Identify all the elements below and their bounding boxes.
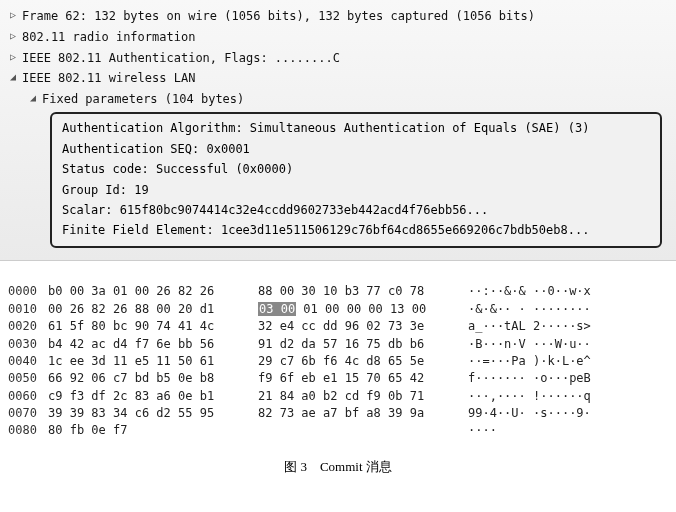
hex-row[interactable]: 0070 39 39 83 34 c6 d2 55 95 82 73 ae a7… — [8, 405, 668, 422]
hex-row[interactable]: 0060 c9 f3 df 2c 83 a6 0e b1 21 84 a0 b2… — [8, 388, 668, 405]
hex-bytes: 61 5f 80 bc 90 74 41 4c — [48, 318, 258, 335]
tree-label: 802.11 radio information — [22, 29, 195, 46]
hex-bytes: 66 92 06 c7 bd b5 0e b8 — [48, 370, 258, 387]
hex-bytes: 29 c7 6b f6 4c d8 65 5e — [258, 353, 468, 370]
tree-row-radio[interactable]: ▷ 802.11 radio information — [8, 27, 668, 48]
hex-row[interactable]: 0040 1c ee 3d 11 e5 11 50 61 29 c7 6b f6… — [8, 353, 668, 370]
hex-highlight: 03 00 — [258, 302, 296, 316]
hex-ascii: ···,···· !······q — [468, 388, 591, 405]
hex-row[interactable]: 0010 00 26 82 26 88 00 20 d1 03 00 01 00… — [8, 301, 668, 318]
detail-group-id[interactable]: Group Id: 19 — [62, 180, 650, 200]
chevron-right-icon[interactable]: ▷ — [10, 8, 22, 22]
hex-ascii: f······· ·o···peB — [468, 370, 591, 387]
hex-ascii: 99·4··U· ·s····9· — [468, 405, 591, 422]
hex-offset: 0000 — [8, 283, 48, 300]
tree-row-auth[interactable]: ▷ IEEE 802.11 Authentication, Flags: ...… — [8, 48, 668, 69]
chevron-down-icon[interactable]: ◢ — [10, 70, 22, 84]
chevron-down-icon[interactable]: ◢ — [30, 91, 42, 105]
hex-offset: 0020 — [8, 318, 48, 335]
tree-row-fixed-params[interactable]: ◢ Fixed parameters (104 bytes) — [8, 89, 668, 110]
hex-offset: 0040 — [8, 353, 48, 370]
tree-label: IEEE 802.11 wireless LAN — [22, 70, 195, 87]
hex-bytes: 21 84 a0 b2 cd f9 0b 71 — [258, 388, 468, 405]
hex-ascii: ·&·&·· · ········ — [468, 301, 591, 318]
hex-bytes: 82 73 ae a7 bf a8 39 9a — [258, 405, 468, 422]
hex-bytes: 32 e4 cc dd 96 02 73 3e — [258, 318, 468, 335]
hex-row[interactable]: 0050 66 92 06 c7 bd b5 0e b8 f9 6f eb e1… — [8, 370, 668, 387]
hex-ascii: ··=···Pa )·k·L·e^ — [468, 353, 591, 370]
hex-bytes: b0 00 3a 01 00 26 82 26 — [48, 283, 258, 300]
tree-label: Frame 62: 132 bytes on wire (1056 bits),… — [22, 8, 535, 25]
hex-bytes: 03 00 01 00 00 00 13 00 — [258, 301, 468, 318]
hex-offset: 0080 — [8, 422, 48, 439]
tree-row-wlan[interactable]: ◢ IEEE 802.11 wireless LAN — [8, 68, 668, 89]
hex-ascii: a_···tAL 2·····s> — [468, 318, 591, 335]
hex-ascii: ··:··&·& ··0··w·x — [468, 283, 591, 300]
hex-bytes — [258, 422, 468, 439]
panel-gap — [0, 261, 676, 275]
hex-bytes: 80 fb 0e f7 — [48, 422, 258, 439]
hex-bytes: f9 6f eb e1 15 70 65 42 — [258, 370, 468, 387]
chevron-right-icon[interactable]: ▷ — [10, 29, 22, 43]
detail-auth-seq[interactable]: Authentication SEQ: 0x0001 — [62, 139, 650, 159]
hex-bytes: 88 00 30 10 b3 77 c0 78 — [258, 283, 468, 300]
detail-auth-algorithm[interactable]: Authentication Algorithm: Simultaneous A… — [62, 119, 650, 139]
detail-ffe[interactable]: Finite Field Element: 1cee3d11e511506129… — [62, 221, 650, 241]
hex-offset: 0010 — [8, 301, 48, 318]
chevron-right-icon[interactable]: ▷ — [10, 50, 22, 64]
hex-bytes: c9 f3 df 2c 83 a6 0e b1 — [48, 388, 258, 405]
hex-row[interactable]: 0030 b4 42 ac d4 f7 6e bb 56 91 d2 da 57… — [8, 336, 668, 353]
tree-label: Fixed parameters (104 bytes) — [42, 91, 244, 108]
hex-dump-panel: 0000 b0 00 3a 01 00 26 82 26 88 00 30 10… — [0, 275, 676, 448]
hex-row[interactable]: 0080 80 fb 0e f7 ···· — [8, 422, 668, 439]
hex-row[interactable]: 0000 b0 00 3a 01 00 26 82 26 88 00 30 10… — [8, 283, 668, 300]
hex-bytes: 39 39 83 34 c6 d2 55 95 — [48, 405, 258, 422]
hex-bytes: b4 42 ac d4 f7 6e bb 56 — [48, 336, 258, 353]
hex-ascii: ·B···n·V ···W·u·· — [468, 336, 591, 353]
hex-bytes: 91 d2 da 57 16 75 db b6 — [258, 336, 468, 353]
hex-row[interactable]: 0020 61 5f 80 bc 90 74 41 4c 32 e4 cc dd… — [8, 318, 668, 335]
hex-bytes: 00 26 82 26 88 00 20 d1 — [48, 301, 258, 318]
tree-row-frame[interactable]: ▷ Frame 62: 132 bytes on wire (1056 bits… — [8, 6, 668, 27]
hex-ascii: ···· — [468, 422, 497, 439]
fixed-params-details: Authentication Algorithm: Simultaneous A… — [50, 112, 662, 248]
figure-caption: 图 3 Commit 消息 — [0, 448, 676, 482]
hex-offset: 0030 — [8, 336, 48, 353]
hex-offset: 0070 — [8, 405, 48, 422]
tree-label: IEEE 802.11 Authentication, Flags: .....… — [22, 50, 340, 67]
packet-details-panel: ▷ Frame 62: 132 bytes on wire (1056 bits… — [0, 0, 676, 261]
detail-status-code[interactable]: Status code: Successful (0x0000) — [62, 160, 650, 180]
hex-bytes: 1c ee 3d 11 e5 11 50 61 — [48, 353, 258, 370]
detail-scalar[interactable]: Scalar: 615f80bc9074414c32e4ccdd9602733e… — [62, 201, 650, 221]
hex-offset: 0060 — [8, 388, 48, 405]
hex-offset: 0050 — [8, 370, 48, 387]
